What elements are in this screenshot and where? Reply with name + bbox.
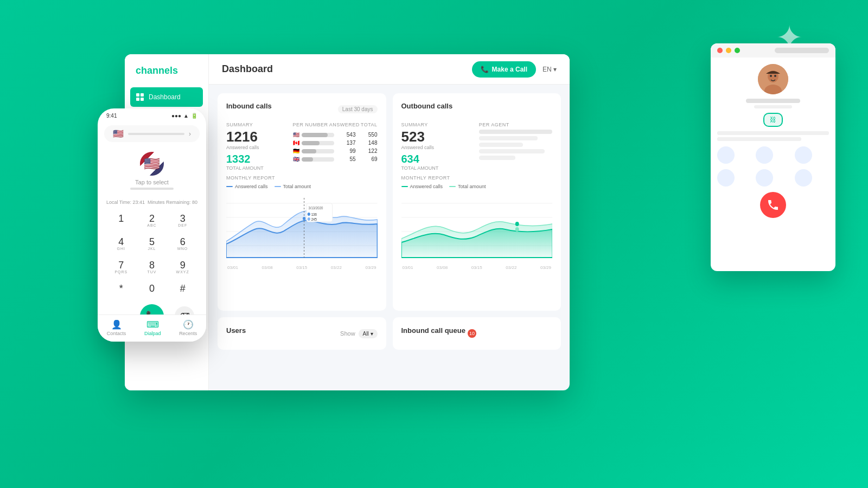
sidebar-dashboard-label: Dashboard [149, 93, 181, 101]
legend-dot-answered [226, 186, 233, 187]
inbound-total-count: 1332 [226, 153, 289, 164]
dial-key-5[interactable]: 5JKL [137, 233, 167, 255]
dial-key-8[interactable]: 8TUV [137, 256, 167, 278]
top-bar: Dashboard 📞 Make a Call EN ▾ [209, 54, 570, 85]
phone-time: 9:41 [106, 113, 117, 119]
tap-to-select: Tap to select [103, 179, 201, 185]
inbound-chart-legend: Answered calls Total amount [226, 184, 378, 189]
phone-flag: 🇺🇸 [113, 129, 124, 139]
crm-info-bars [717, 131, 829, 141]
crm-content: ⛓ [711, 57, 835, 229]
legend-total: Total amount [275, 184, 311, 189]
svg-text:3/13/2020: 3/13/2020 [308, 206, 323, 210]
phone-mockup: 9:41 ●●● ▲ 🔋 🇺🇸 › 🇺🇸 Tap to select Local… [98, 108, 206, 342]
legend-dot-total [275, 186, 281, 187]
svg-rect-2 [136, 98, 139, 101]
crm-sub-bar [754, 105, 792, 108]
dial-key-6[interactable]: 6MNO [168, 233, 197, 255]
users-card-title: Users [226, 326, 246, 335]
crm-titlebar [711, 43, 835, 57]
crm-action-dots-1 [717, 146, 829, 164]
dial-key-7[interactable]: 7PQRS [106, 256, 136, 278]
outbound-monthly-label: MONTHLY REPORT [401, 175, 553, 181]
outbound-legend-dot-total [449, 186, 456, 187]
show-label: Show [340, 330, 355, 337]
phone-number-display: 🇺🇸 Tap to select [98, 146, 206, 197]
svg-rect-3 [141, 98, 144, 101]
inbound-row-de: 🇩🇪 99 122 [293, 148, 378, 154]
crm-action-btn-3[interactable] [795, 146, 812, 164]
gb-flag: 🇬🇧 [293, 156, 299, 162]
crm-name-bar [746, 99, 800, 103]
dial-key-1[interactable]: 1 [106, 209, 136, 232]
de-answered: 99 [334, 148, 356, 154]
users-show-control: Show All ▾ [340, 329, 377, 338]
window-close-dot[interactable] [717, 48, 723, 53]
ca-answered: 137 [334, 140, 356, 146]
svg-point-12 [308, 213, 310, 216]
local-time-label: Local Time: 23:41 [106, 200, 145, 205]
gb-answered: 55 [334, 156, 356, 162]
window-minimize-dot[interactable] [726, 48, 731, 53]
minutes-remaining-label: Minutes Remaining: 80 [148, 200, 197, 205]
outbound-calls-title: Outbound calls [401, 102, 453, 110]
dial-key-4[interactable]: 4GHI [106, 233, 136, 255]
crm-action-btn-2[interactable] [756, 146, 773, 164]
dial-key-hash[interactable]: # [168, 279, 197, 298]
top-bar-right: 📞 Make a Call EN ▾ [472, 61, 557, 78]
outbound-chart-legend: Answered calls Total amount [401, 184, 553, 189]
crm-link-section: ⛓ [717, 113, 829, 127]
phone-bottom-nav: 👤 Contacts ⌨ Dialpad 🕐 Recents [98, 314, 206, 342]
language-selector[interactable]: EN ▾ [542, 66, 557, 73]
phone-flag-row[interactable]: 🇺🇸 › [104, 125, 200, 142]
crm-action-btn-6[interactable] [795, 169, 812, 187]
inbound-total-sublabel: TOTAL AMOUNT [226, 165, 289, 171]
inbound-row-us: 🇺🇸 543 550 [293, 132, 378, 138]
crm-bar-1 [717, 131, 829, 135]
phone-nav-recents[interactable]: 🕐 Recents [179, 319, 197, 336]
show-all-button[interactable]: All ▾ [359, 329, 378, 338]
dial-key-2[interactable]: 2ABC [137, 209, 167, 232]
per-agent-label: PER AGENT [479, 122, 552, 127]
dial-key-9[interactable]: 9WXYZ [168, 256, 197, 278]
contacts-icon: 👤 [107, 319, 126, 330]
inbound-calls-card: Inbound calls Last 30 days SUMMARY 1216 … [218, 93, 386, 311]
phone-nav-dialpad[interactable]: ⌨ Dialpad [144, 319, 161, 336]
crm-action-btn-5[interactable] [756, 169, 773, 187]
make-call-button[interactable]: 📞 Make a Call [472, 61, 536, 78]
crm-link-badge[interactable]: ⛓ [763, 113, 783, 127]
sidebar-item-dashboard[interactable]: Dashboard [130, 87, 203, 107]
crm-search-bar [775, 48, 829, 53]
phone-nav-contacts[interactable]: 👤 Contacts [107, 319, 126, 336]
outbound-total-count: 634 [401, 153, 475, 164]
grid-icon [136, 93, 144, 101]
outbound-chart [401, 192, 553, 263]
outbound-legend-dot-answered [401, 186, 408, 187]
inbound-summary-section: SUMMARY 1216 Answered calls 1332 TOTAL A… [226, 122, 289, 171]
content-area: Inbound calls Last 30 days SUMMARY 1216 … [209, 85, 570, 390]
dial-key-star[interactable]: * [106, 279, 136, 298]
crm-end-call-button[interactable] [760, 192, 786, 218]
inbound-per-number-section: PER NUMBER ANSWERED TOTAL 🇺🇸 543 550 [293, 122, 378, 171]
us-total: 550 [356, 132, 378, 138]
main-content: Dashboard 📞 Make a Call EN ▾ Inbound cal… [209, 54, 570, 390]
legend-answered: Answered calls [226, 184, 268, 189]
crm-window: ⛓ [711, 43, 835, 271]
phone-call-icon: 📞 [481, 66, 489, 73]
crm-avatar-svg [758, 64, 788, 94]
window-maximize-dot[interactable] [735, 48, 740, 53]
inbound-queue-title: Inbound call queue [401, 326, 465, 335]
svg-point-14 [308, 217, 310, 221]
inbound-x-axis: 03/0103/0803/1503/2203/29 [226, 265, 378, 270]
crm-action-btn-1[interactable] [717, 146, 735, 164]
total-col-label: TOTAL [361, 122, 378, 127]
answered-col-label: ANSWERED [329, 122, 360, 127]
inbound-monthly-label: MONTHLY REPORT [226, 175, 378, 181]
svg-point-20 [515, 222, 519, 226]
dial-key-3[interactable]: 3DEF [168, 209, 197, 232]
ca-total: 148 [356, 140, 378, 146]
phone-flag-circle: 🇺🇸 [140, 152, 164, 176]
dial-key-0[interactable]: 0 [137, 279, 167, 298]
inbound-chart: 3/13/2020 136 245 [226, 192, 378, 263]
crm-action-btn-4[interactable] [717, 169, 735, 187]
